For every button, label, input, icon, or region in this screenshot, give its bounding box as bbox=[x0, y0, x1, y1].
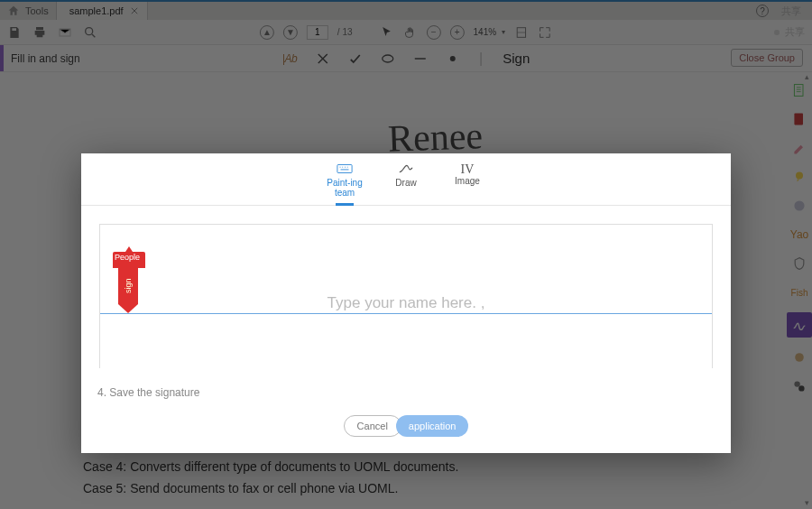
signature-baseline bbox=[100, 313, 712, 314]
signature-name-input[interactable]: Type your name here. , bbox=[100, 294, 712, 312]
pencil-icon bbox=[398, 162, 414, 175]
apply-button[interactable]: application bbox=[396, 415, 469, 437]
modal-buttons: Cancel application bbox=[81, 415, 731, 453]
svg-rect-12 bbox=[337, 165, 352, 173]
signature-modal-tabs: Paint-ing team Draw IV Image bbox=[81, 153, 731, 206]
signature-modal: Paint-ing team Draw IV Image People sign… bbox=[81, 153, 731, 453]
tab-type[interactable]: Paint-ing team bbox=[327, 162, 363, 198]
step-instruction: 4. Save the signature bbox=[97, 386, 731, 399]
keyboard-icon bbox=[337, 162, 353, 175]
image-icon: IV bbox=[449, 162, 485, 177]
cancel-button[interactable]: Cancel bbox=[344, 415, 401, 437]
modal-overlay: Renee Paint-ing team Draw IV Image Peopl… bbox=[0, 0, 812, 509]
signature-canvas: People sign Type your name here. , bbox=[99, 224, 713, 368]
tab-draw[interactable]: Draw bbox=[388, 162, 424, 198]
tab-image[interactable]: IV Image bbox=[449, 162, 485, 198]
